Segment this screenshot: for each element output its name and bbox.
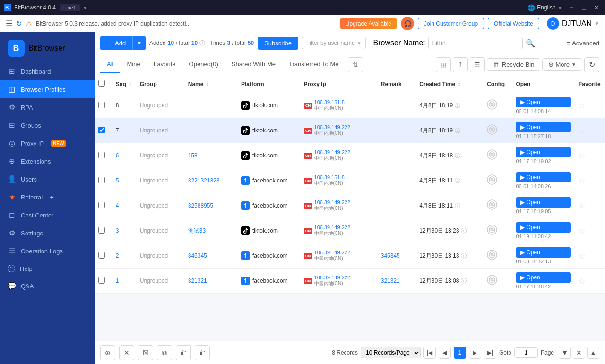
page-1-button[interactable]: 1 <box>454 347 466 359</box>
tab-shared[interactable]: Shared With Me <box>225 56 282 73</box>
goto-input[interactable] <box>514 347 538 358</box>
profile-seq-link[interactable]: 3 <box>116 227 119 234</box>
open-profile-button[interactable]: ▶ Open <box>516 222 571 233</box>
sidebar-item-users[interactable]: 👤 Users <box>0 170 95 188</box>
favorite-icon[interactable]: ☆ <box>579 177 585 185</box>
refresh-table-button[interactable]: ↻ <box>584 57 599 72</box>
next-page-button[interactable]: ▶ <box>469 347 481 359</box>
open-profile-button[interactable]: ▶ Open <box>516 197 571 208</box>
fingerprint-icon[interactable] <box>487 227 497 237</box>
fingerprint-icon[interactable] <box>487 127 497 137</box>
fingerprint-icon[interactable] <box>487 202 497 212</box>
more-button[interactable]: ⊕ More ▼ <box>542 58 582 71</box>
fingerprint-icon[interactable] <box>487 177 497 187</box>
row-checkbox[interactable] <box>98 277 105 284</box>
seq-sort-icon[interactable]: ↕ <box>129 81 131 87</box>
add-dropdown-button[interactable]: ▼ <box>132 36 146 50</box>
add-button[interactable]: ＋ Add <box>100 36 132 50</box>
open-profile-button[interactable]: ▶ Open <box>516 147 571 157</box>
bottom-action-open[interactable]: ⊕ <box>100 345 115 360</box>
collapse-sidebar-icon[interactable]: ☰ <box>6 19 12 28</box>
sidebar-item-rpa[interactable]: ⚙ RPA <box>0 98 95 116</box>
profile-seq-link[interactable]: 6 <box>116 152 119 159</box>
share-button[interactable]: ⤴ <box>453 57 468 72</box>
upgrade-available-button[interactable]: Upgrade Available <box>340 18 397 29</box>
subscribe-button[interactable]: Subscribe <box>258 37 298 50</box>
sidebar-item-cost-center[interactable]: ◻ Cost Center <box>0 206 95 224</box>
refresh-icon[interactable]: ↻ <box>16 19 22 28</box>
open-profile-button[interactable]: ▶ Open <box>516 247 571 258</box>
profile-name-link[interactable]: 321321 <box>188 277 207 284</box>
bottom-action-delete-perm[interactable]: 🗑 <box>195 345 210 360</box>
profile-seq-link[interactable]: 5 <box>116 177 119 184</box>
sort-filter-icon[interactable]: ⇅ <box>348 57 363 72</box>
bottom-action-trash[interactable]: 🗑 <box>176 345 191 360</box>
tab-mine[interactable]: Mine <box>120 56 147 73</box>
advanced-button[interactable]: ≡ Advanced <box>567 40 599 47</box>
row-checkbox[interactable] <box>98 152 105 158</box>
join-customer-group-button[interactable]: Join Customer Group <box>418 18 484 29</box>
open-profile-button[interactable]: ▶ Open <box>516 97 571 107</box>
favorite-icon[interactable]: ☆ <box>579 277 585 285</box>
name-sort-icon[interactable]: ↕ <box>206 81 209 87</box>
profile-name-link[interactable]: 345345 <box>188 252 207 259</box>
sidebar-item-dashboard[interactable]: ⊞ Dashboard <box>0 62 95 80</box>
tab-opened[interactable]: Opened(0) <box>182 56 225 73</box>
profile-name-link[interactable]: 测试33 <box>188 227 206 234</box>
bottom-action-close[interactable]: ✕ <box>119 345 134 360</box>
close-button[interactable]: ✕ <box>592 4 601 11</box>
created-info-icon[interactable]: ⓘ <box>461 252 467 260</box>
fingerprint-icon[interactable] <box>487 252 497 262</box>
sidebar-item-referral[interactable]: ★ Referral ✦ <box>0 188 95 206</box>
bottom-action-window[interactable]: ⧉ <box>157 345 172 360</box>
row-checkbox[interactable] <box>98 227 105 234</box>
scroll-down-button[interactable]: ▼ <box>559 347 571 359</box>
profile-name-link[interactable]: 158 <box>188 152 198 159</box>
fingerprint-icon[interactable] <box>487 102 497 112</box>
row-checkbox[interactable] <box>98 177 105 183</box>
favorite-icon[interactable]: ☆ <box>579 227 585 235</box>
open-profile-button[interactable]: ▶ Open <box>516 272 571 283</box>
recycle-bin-button[interactable]: 🗑 Recycle Bin <box>487 58 541 71</box>
page-size-select[interactable]: 10 Records/Page 20 Records/Page 50 Recor… <box>361 347 421 358</box>
sidebar-item-browser-profiles[interactable]: ◫ Browser Profiles <box>0 80 95 98</box>
open-profile-button[interactable]: ▶ Open <box>516 122 571 132</box>
scroll-up-button[interactable]: ▲ <box>587 347 599 359</box>
favorite-icon[interactable]: ☆ <box>579 127 585 135</box>
list-view-button[interactable]: ☰ <box>470 57 485 72</box>
profile-seq-link[interactable]: 1 <box>116 277 119 284</box>
row-checkbox[interactable] <box>98 202 105 208</box>
browser-name-input[interactable] <box>428 37 523 49</box>
language-selector[interactable]: 🌐 English ▼ <box>527 4 562 11</box>
row-checkbox[interactable] <box>98 252 105 259</box>
bottom-action-delete[interactable]: ☒ <box>138 345 153 360</box>
sidebar-item-groups[interactable]: ⊟ Groups <box>0 116 95 134</box>
user-name-filter[interactable]: Filter by user name ▼ <box>302 37 366 49</box>
scroll-close-button[interactable]: ✕ <box>573 347 585 359</box>
select-all-checkbox[interactable] <box>98 80 105 87</box>
sidebar-item-extensions[interactable]: ⊕ Extensions <box>0 152 95 170</box>
grid-view-button[interactable]: ⊞ <box>436 57 451 72</box>
sidebar-item-help[interactable]: ? Help <box>0 260 95 277</box>
fingerprint-icon[interactable] <box>487 277 497 287</box>
profile-seq-link[interactable]: 2 <box>116 252 119 259</box>
search-button[interactable]: 🔍 <box>526 39 535 48</box>
official-website-button[interactable]: Official Website <box>488 18 539 29</box>
created-info-icon[interactable]: ⓘ <box>455 177 460 185</box>
favorite-icon[interactable]: ☆ <box>579 252 585 260</box>
favorite-icon[interactable]: ☆ <box>579 102 585 110</box>
created-sort-icon[interactable]: ↕ <box>458 81 461 87</box>
created-info-icon[interactable]: ⓘ <box>455 102 460 110</box>
row-checkbox[interactable] <box>98 102 105 108</box>
profile-name-link[interactable]: 3221321323 <box>188 177 220 184</box>
created-info-icon[interactable]: ⓘ <box>461 277 467 285</box>
tab-favorite[interactable]: Favorite <box>147 56 182 73</box>
sidebar-item-settings[interactable]: ⚙ Settings <box>0 224 95 242</box>
quota-info-icon[interactable]: ⓘ <box>199 39 205 47</box>
profile-name-link[interactable]: 32588955 <box>188 202 213 209</box>
sidebar-item-qna[interactable]: 💬 Q&A <box>0 277 95 295</box>
sidebar-item-operation-logs[interactable]: ☰ Operation Logs <box>0 242 95 260</box>
profile-seq-link[interactable]: 4 <box>116 202 119 209</box>
created-info-icon[interactable]: ⓘ <box>455 127 460 135</box>
last-page-button[interactable]: ▶| <box>484 347 496 359</box>
